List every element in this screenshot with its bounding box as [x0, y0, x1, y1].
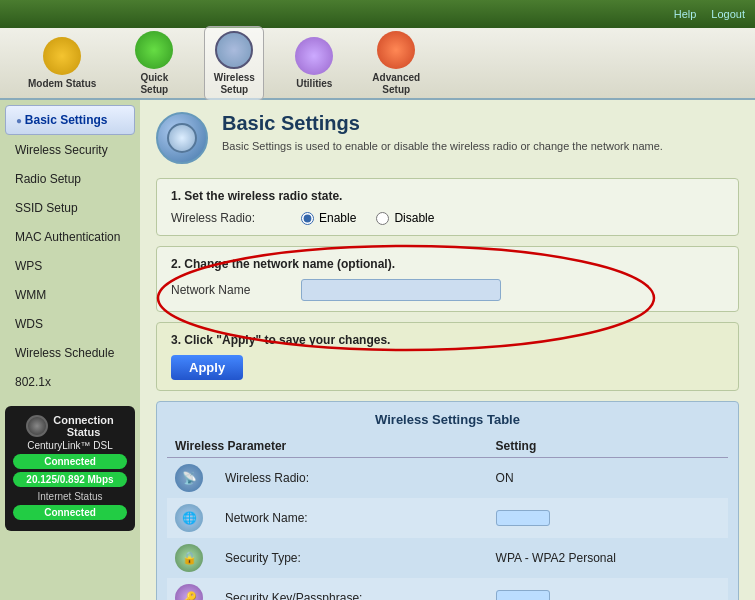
sidebar-item-wmm[interactable]: WMM: [5, 281, 135, 309]
step2-form-row: Network Name: [171, 279, 724, 301]
wireless-setup-icon: [215, 31, 253, 69]
network-name-badge: [496, 510, 551, 526]
nav-item-utilities[interactable]: Utilities: [284, 33, 344, 94]
network-name-value: [488, 498, 728, 538]
sidebar-item-wireless-security[interactable]: Wireless Security: [5, 136, 135, 164]
nav-item-quick-setup[interactable]: QuickSetup: [124, 27, 184, 100]
security-key-badge: [496, 590, 551, 600]
sidebar-item-wps[interactable]: WPS: [5, 252, 135, 280]
wireless-radio-group: Enable Disable: [301, 211, 434, 225]
radio-table-icon: 📡: [175, 464, 203, 492]
connection-status-badge: Connected: [13, 454, 127, 469]
step1-title: 1. Set the wireless radio state.: [171, 189, 724, 203]
connection-title: ConnectionStatus: [13, 414, 127, 438]
nav-label-wireless: WirelessSetup: [214, 72, 255, 96]
table-row: 🔒 Security Type: WPA - WPA2 Personal: [167, 538, 728, 578]
content-area: Basic Settings Basic Settings is used to…: [140, 100, 755, 600]
step3-section: 3. Click "Apply" to save your changes. A…: [156, 322, 739, 391]
disable-radio-input[interactable]: [376, 212, 389, 225]
nav-icons-bar: Modem Status QuickSetup WirelessSetup Ut…: [0, 28, 755, 100]
nav-label-quick: QuickSetup: [140, 72, 168, 96]
apply-button[interactable]: Apply: [171, 355, 243, 380]
sidebar-item-8021x[interactable]: 802.1x: [5, 368, 135, 396]
sidebar-item-mac-auth[interactable]: MAC Authentication: [5, 223, 135, 251]
settings-table: Wireless Parameter Setting 📡 Wireless Ra…: [167, 435, 728, 600]
enable-radio-label: Enable: [319, 211, 356, 225]
disable-radio-item[interactable]: Disable: [376, 211, 434, 225]
col-param-header: Wireless Parameter: [167, 435, 488, 458]
table-row: 🌐 Network Name:: [167, 498, 728, 538]
modem-status-icon: [43, 37, 81, 75]
col-setting-header: Setting: [488, 435, 728, 458]
page-header: Basic Settings Basic Settings is used to…: [156, 112, 739, 164]
security-key-value: [488, 578, 728, 600]
nav-label-modem: Modem Status: [28, 78, 96, 90]
advanced-setup-icon: [377, 31, 415, 69]
logout-link[interactable]: Logout: [711, 8, 745, 20]
step2-title: 2. Change the network name (optional).: [171, 257, 724, 271]
top-bar-links: Help Logout: [674, 8, 745, 20]
step1-form-row: Wireless Radio: Enable Disable: [171, 211, 724, 225]
page-title-block: Basic Settings Basic Settings is used to…: [222, 112, 663, 154]
nav-item-modem-status[interactable]: Modem Status: [20, 33, 104, 94]
sidebar-item-radio-setup[interactable]: Radio Setup: [5, 165, 135, 193]
trademark-icon: ™: [81, 440, 91, 451]
wireless-radio-param: Wireless Radio:: [217, 458, 488, 499]
sidebar: Basic Settings Wireless Security Radio S…: [0, 100, 140, 600]
wireless-settings-table-box: Wireless Settings Table Wireless Paramet…: [156, 401, 739, 600]
step2-section: 2. Change the network name (optional). N…: [156, 246, 739, 312]
table-row: 📡 Wireless Radio: ON: [167, 458, 728, 499]
page-description: Basic Settings is used to enable or disa…: [222, 139, 663, 154]
sidebar-item-ssid-setup[interactable]: SSID Setup: [5, 194, 135, 222]
main-layout: Basic Settings Wireless Security Radio S…: [0, 100, 755, 600]
network-table-icon: 🌐: [175, 504, 203, 532]
nav-item-advanced-setup[interactable]: AdvancedSetup: [364, 27, 428, 100]
key-table-icon: 🔑: [175, 584, 203, 600]
page-icon: [156, 112, 208, 164]
step3-title: 3. Click "Apply" to save your changes.: [171, 333, 724, 347]
page-icon-inner: [167, 123, 197, 153]
settings-table-title: Wireless Settings Table: [167, 412, 728, 427]
nav-label-utilities: Utilities: [296, 78, 332, 90]
connection-speed: 20.125/0.892 Mbps: [13, 472, 127, 487]
security-type-value: WPA - WPA2 Personal: [488, 538, 728, 578]
utilities-icon: [295, 37, 333, 75]
enable-radio-item[interactable]: Enable: [301, 211, 356, 225]
wireless-radio-value: ON: [488, 458, 728, 499]
nav-label-advanced: AdvancedSetup: [372, 72, 420, 96]
connection-icon: [26, 415, 48, 437]
step2-wrapper: 2. Change the network name (optional). N…: [156, 246, 739, 312]
security-table-icon: 🔒: [175, 544, 203, 572]
network-name-input[interactable]: [301, 279, 501, 301]
sidebar-item-basic-settings[interactable]: Basic Settings: [5, 105, 135, 135]
network-name-label: Network Name: [171, 283, 281, 297]
quick-setup-icon: [135, 31, 173, 69]
sidebar-item-wds[interactable]: WDS: [5, 310, 135, 338]
security-key-param: Security Key/Passphrase:: [217, 578, 488, 600]
internet-status-label: Internet Status: [13, 491, 127, 502]
page-title: Basic Settings: [222, 112, 663, 135]
security-type-param: Security Type:: [217, 538, 488, 578]
disable-radio-label: Disable: [394, 211, 434, 225]
sidebar-item-wireless-schedule[interactable]: Wireless Schedule: [5, 339, 135, 367]
connection-status-box: ConnectionStatus CenturyLink™ DSL Connec…: [5, 406, 135, 531]
help-link[interactable]: Help: [674, 8, 697, 20]
internet-status-badge: Connected: [13, 505, 127, 520]
network-name-param: Network Name:: [217, 498, 488, 538]
nav-item-wireless-setup[interactable]: WirelessSetup: [204, 26, 264, 101]
connection-brand: CenturyLink™ DSL: [13, 440, 127, 451]
wireless-radio-label: Wireless Radio:: [171, 211, 281, 225]
step1-section: 1. Set the wireless radio state. Wireles…: [156, 178, 739, 236]
top-bar: Help Logout: [0, 0, 755, 28]
table-row: 🔑 Security Key/Passphrase:: [167, 578, 728, 600]
enable-radio-input[interactable]: [301, 212, 314, 225]
